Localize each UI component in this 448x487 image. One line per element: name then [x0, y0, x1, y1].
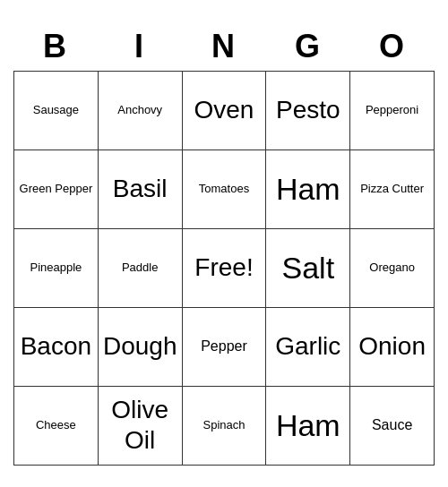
cell-text: Basil	[113, 174, 168, 204]
cell-text: Cheese	[36, 418, 76, 432]
cell-text: Pineapple	[30, 261, 82, 275]
bingo-cell: Free!	[183, 229, 267, 308]
bingo-cell: Ham	[266, 387, 350, 466]
cell-text: Oven	[194, 95, 254, 125]
bingo-header: BINGO	[13, 22, 435, 71]
header-letter: I	[98, 22, 182, 71]
header-letter: N	[182, 22, 266, 71]
bingo-cell: Sauce	[350, 387, 435, 466]
cell-text: Tomatoes	[199, 182, 249, 196]
bingo-cell: Green Pepper	[14, 150, 99, 229]
cell-text: Garlic	[275, 331, 340, 362]
cell-text: Ham	[276, 407, 340, 444]
bingo-cell: Tomatoes	[183, 150, 267, 229]
bingo-cell: Paddle	[99, 229, 183, 308]
bingo-cell: Basil	[99, 150, 183, 229]
bingo-cell: Cheese	[14, 387, 99, 466]
cell-text: Ham	[276, 171, 340, 208]
cell-text: Onion	[358, 331, 426, 362]
cell-text: Olive Oil	[102, 395, 178, 455]
header-letter: B	[13, 22, 98, 71]
cell-text: Oregano	[369, 261, 415, 275]
bingo-cell: Ham	[266, 150, 350, 229]
bingo-cell: Pepperoni	[350, 72, 435, 150]
bingo-cell: Bacon	[14, 308, 99, 387]
cell-text: Pepperoni	[366, 103, 418, 117]
bingo-grid: SausageAnchovyOvenPestoPepperoniGreen Pe…	[13, 71, 435, 466]
bingo-cell: Garlic	[266, 308, 350, 387]
cell-text: Sausage	[33, 103, 79, 117]
cell-text: Pepper	[201, 337, 247, 355]
bingo-card: BINGO SausageAnchovyOvenPestoPepperoniGr…	[13, 22, 435, 466]
cell-text: Spinach	[203, 418, 246, 432]
bingo-cell: Onion	[350, 308, 435, 387]
bingo-cell: Pesto	[266, 72, 350, 150]
cell-text: Bacon	[21, 331, 91, 362]
header-letter: O	[350, 22, 435, 71]
cell-text: Dough	[103, 331, 177, 362]
bingo-cell: Pepper	[183, 308, 267, 387]
cell-text: Salt	[281, 250, 334, 286]
cell-text: Sauce	[372, 416, 412, 433]
header-letter: G	[266, 22, 350, 71]
bingo-cell: Olive Oil	[99, 387, 183, 466]
cell-text: Pizza Cutter	[360, 182, 424, 196]
cell-text: Free!	[194, 252, 253, 283]
cell-text: Green Pepper	[20, 182, 93, 196]
bingo-cell: Oregano	[350, 229, 435, 308]
bingo-cell: Spinach	[183, 387, 267, 466]
cell-text: Pesto	[276, 95, 340, 125]
bingo-cell: Oven	[183, 72, 267, 150]
bingo-cell: Salt	[266, 229, 350, 308]
cell-text: Anchovy	[117, 103, 162, 117]
bingo-cell: Anchovy	[99, 72, 183, 150]
cell-text: Paddle	[122, 261, 158, 275]
bingo-cell: Pineapple	[14, 229, 99, 308]
bingo-cell: Pizza Cutter	[350, 150, 435, 229]
bingo-cell: Sausage	[14, 72, 99, 150]
bingo-cell: Dough	[99, 308, 183, 387]
